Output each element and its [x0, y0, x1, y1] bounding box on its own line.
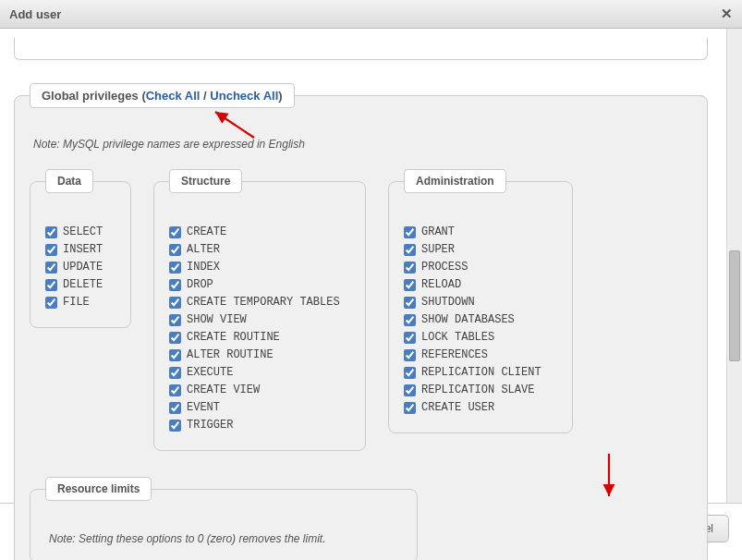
priv-checkbox-insert[interactable]	[45, 244, 57, 256]
priv-checkbox-alter[interactable]	[169, 244, 181, 256]
priv-row: CREATE TEMPORARY TABLES	[169, 295, 350, 310]
vertical-scrollbar[interactable]	[726, 29, 742, 503]
privileges-note: Note: MySQL privilege names are expresse…	[33, 138, 692, 151]
priv-row: GRANT	[404, 225, 557, 240]
priv-row: EXECUTE	[169, 365, 350, 381]
priv-label: CREATE	[187, 225, 226, 240]
priv-row: LOCK TABLES	[404, 330, 557, 346]
dialog-content: Global privileges (Check All / Uncheck A…	[0, 29, 722, 560]
priv-row: RELOAD	[404, 277, 557, 293]
priv-checkbox-select[interactable]	[45, 226, 57, 238]
resource-limits-note: Note: Setting these options to 0 (zero) …	[49, 532, 402, 545]
priv-label: SELECT	[63, 225, 103, 240]
priv-row: INSERT	[45, 242, 116, 258]
priv-label: PROCESS	[421, 260, 468, 275]
priv-label: CREATE TEMPORARY TABLES	[187, 295, 340, 310]
priv-label: LOCK TABLES	[421, 330, 494, 346]
priv-row: SUPER	[404, 242, 557, 258]
priv-row: EVENT	[169, 400, 350, 416]
priv-label: SHOW VIEW	[187, 312, 247, 328]
priv-checkbox-grant[interactable]	[404, 226, 416, 238]
priv-row: SHOW VIEW	[169, 312, 350, 328]
priv-label: CREATE ROUTINE	[187, 330, 280, 346]
priv-group-data-title: Data	[45, 169, 93, 193]
priv-checkbox-show-databases[interactable]	[404, 314, 416, 326]
priv-checkbox-show-view[interactable]	[169, 314, 181, 326]
priv-label: ALTER ROUTINE	[187, 347, 274, 363]
priv-row: DELETE	[45, 277, 116, 293]
priv-group-administration: Administration GRANTSUPERPROCESSRELOADSH…	[388, 169, 573, 433]
priv-checkbox-create-user[interactable]	[404, 402, 416, 414]
check-all-link[interactable]: Check All	[146, 89, 201, 103]
priv-checkbox-replication-slave[interactable]	[404, 384, 416, 396]
priv-label: INDEX	[187, 260, 220, 275]
priv-checkbox-lock-tables[interactable]	[404, 332, 416, 344]
priv-group-admin-title: Administration	[404, 169, 506, 193]
priv-checkbox-super[interactable]	[404, 244, 416, 256]
priv-checkbox-create-routine[interactable]	[169, 332, 181, 344]
priv-checkbox-execute[interactable]	[169, 367, 181, 379]
priv-label: SHOW DATABASES	[421, 312, 515, 328]
scroll-area: Global privileges (Check All / Uncheck A…	[0, 29, 742, 504]
priv-label: DROP	[187, 277, 213, 293]
priv-label: CREATE VIEW	[187, 383, 260, 398]
privilege-columns: Data SELECTINSERTUPDATEDELETEFILE Struct…	[30, 169, 692, 451]
priv-checkbox-update[interactable]	[45, 262, 57, 274]
priv-label: DELETE	[63, 277, 103, 293]
priv-row: ALTER ROUTINE	[169, 347, 350, 363]
priv-row: SHOW DATABASES	[404, 312, 557, 328]
priv-group-data: Data SELECTINSERTUPDATEDELETEFILE	[30, 169, 131, 328]
priv-row: CREATE VIEW	[169, 383, 350, 398]
priv-checkbox-event[interactable]	[169, 402, 181, 414]
dialog-title: Add user	[9, 7, 61, 21]
priv-checkbox-trigger[interactable]	[169, 420, 181, 432]
priv-row: UPDATE	[45, 260, 116, 275]
priv-row: TRIGGER	[169, 418, 350, 433]
priv-label: SUPER	[421, 242, 455, 258]
priv-row: DROP	[169, 277, 350, 293]
priv-label: ALTER	[187, 242, 220, 258]
priv-checkbox-references[interactable]	[404, 349, 416, 361]
priv-label: EXECUTE	[187, 365, 233, 381]
close-icon[interactable]: ✕	[721, 6, 733, 22]
priv-checkbox-index[interactable]	[169, 262, 181, 274]
priv-checkbox-delete[interactable]	[45, 279, 57, 291]
global-priv-legend-text: Global privileges	[42, 89, 141, 103]
priv-row: REPLICATION SLAVE	[404, 383, 557, 398]
global-privileges-fieldset: Global privileges (Check All / Uncheck A…	[14, 83, 708, 560]
priv-list-administration: GRANTSUPERPROCESSRELOADSHUTDOWNSHOW DATA…	[404, 225, 557, 416]
priv-label: INSERT	[63, 242, 103, 258]
priv-checkbox-create-temporary-tables[interactable]	[169, 297, 181, 309]
priv-row: FILE	[45, 295, 116, 310]
uncheck-all-link[interactable]: Uncheck All	[210, 89, 278, 103]
priv-row: REFERENCES	[404, 347, 557, 363]
priv-row: REPLICATION CLIENT	[404, 365, 557, 381]
priv-checkbox-replication-client[interactable]	[404, 367, 416, 379]
priv-checkbox-alter-routine[interactable]	[169, 349, 181, 361]
priv-checkbox-process[interactable]	[404, 262, 416, 274]
priv-list-structure: CREATEALTERINDEXDROPCREATE TEMPORARY TAB…	[169, 225, 350, 433]
prev-section-bottom	[14, 38, 708, 60]
priv-checkbox-shutdown[interactable]	[404, 297, 416, 309]
priv-row: PROCESS	[404, 260, 557, 275]
priv-checkbox-create[interactable]	[169, 226, 181, 238]
resource-limits-fieldset: Resource limits Note: Setting these opti…	[30, 477, 418, 560]
priv-row: SHUTDOWN	[404, 295, 557, 310]
dialog-titlebar: Add user ✕	[0, 0, 742, 29]
priv-checkbox-file[interactable]	[45, 297, 57, 309]
priv-label: EVENT	[187, 400, 220, 416]
priv-row: CREATE ROUTINE	[169, 330, 350, 346]
priv-label: REPLICATION SLAVE	[421, 383, 534, 398]
priv-row: CREATE USER	[404, 400, 557, 416]
resource-limits-title: Resource limits	[45, 477, 152, 501]
priv-checkbox-reload[interactable]	[404, 279, 416, 291]
priv-list-data: SELECTINSERTUPDATEDELETEFILE	[45, 225, 116, 310]
priv-group-structure-title: Structure	[169, 169, 242, 193]
priv-checkbox-create-view[interactable]	[169, 384, 181, 396]
priv-checkbox-drop[interactable]	[169, 279, 181, 291]
priv-label: UPDATE	[63, 260, 103, 275]
priv-label: GRANT	[421, 225, 455, 240]
priv-row: SELECT	[45, 225, 116, 240]
scrollbar-thumb[interactable]	[729, 250, 740, 361]
priv-label: SHUTDOWN	[421, 295, 475, 310]
